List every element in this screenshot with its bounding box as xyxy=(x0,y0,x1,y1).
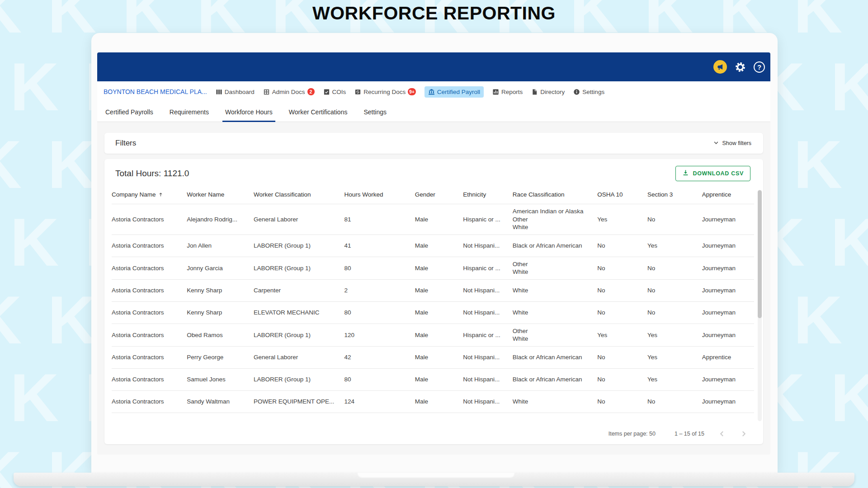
cell-ethnicity: Hispanic or ... xyxy=(463,204,512,235)
gear-icon[interactable] xyxy=(735,61,746,73)
nav-item-admin-docs[interactable]: Admin Docs2 xyxy=(263,88,315,95)
tab-workforce-hours[interactable]: Workforce Hours xyxy=(222,102,275,122)
tab-certified-payrolls[interactable]: Certified Payrolls xyxy=(103,102,156,122)
cell-classification: POWER EQUIPMENT OPE... xyxy=(254,390,344,413)
nav-item-label: Settings xyxy=(582,89,604,95)
items-per-page-value[interactable]: 50 xyxy=(649,431,656,437)
cell-worker: Alejandro Rodrig... xyxy=(187,204,254,235)
column-header-worker-classification[interactable]: Worker Classification xyxy=(254,185,344,204)
filters-card: Filters Show filters xyxy=(104,133,763,154)
cell-section3: Yes xyxy=(647,324,702,346)
content-area: Filters Show filters Total Hours: 1121.0… xyxy=(97,122,770,455)
megaphone-icon[interactable] xyxy=(713,60,727,74)
cell-osha10: Yes xyxy=(597,204,647,235)
cell-hours: 80 xyxy=(344,368,415,390)
nav-item-recurring-docs[interactable]: Recurring Docs9+ xyxy=(354,88,415,95)
cell-worker: Perry George xyxy=(187,346,254,368)
column-header-section-3[interactable]: Section 3 xyxy=(647,185,702,204)
cell-ethnicity: Not Hispani... xyxy=(463,235,512,257)
column-header-ethnicity[interactable]: Ethnicity xyxy=(463,185,512,204)
cell-worker: Kenny Sharp xyxy=(187,301,254,324)
workforce-hours-table: Company NameWorker NameWorker Classifica… xyxy=(112,185,754,413)
reports-icon xyxy=(492,89,499,95)
nav-item-certified-payroll[interactable]: Certified Payroll xyxy=(425,86,484,98)
nav-item-reports[interactable]: Reports xyxy=(492,89,523,95)
cell-ethnicity: Hispanic or ... xyxy=(463,257,512,279)
cell-race: Black or African American xyxy=(513,368,598,390)
project-selector[interactable]: BOYNTON BEACH MEDICAL PLA... xyxy=(104,88,207,95)
cell-apprentice: Journeyman xyxy=(702,368,754,390)
cell-race: Black or African American xyxy=(513,235,598,257)
cell-company: Astoria Contractors xyxy=(112,346,187,368)
laptop-base-notch xyxy=(357,473,515,479)
cell-section3: No xyxy=(647,257,702,279)
page-range-label: 1 – 15 of 15 xyxy=(675,431,704,437)
column-header-gender[interactable]: Gender xyxy=(415,185,463,204)
tab-requirements[interactable]: Requirements xyxy=(167,102,212,122)
nav-item-cois[interactable]: COIs xyxy=(323,89,346,95)
cell-gender: Male xyxy=(415,368,463,390)
help-icon[interactable]: ? xyxy=(754,61,765,73)
cell-osha10: No xyxy=(597,368,647,390)
column-header-apprentice[interactable]: Apprentice xyxy=(702,185,754,204)
sub-tabs: Certified PayrollsRequirementsWorkforce … xyxy=(97,102,770,122)
table-scrollbar[interactable] xyxy=(758,190,762,421)
cell-osha10: No xyxy=(597,346,647,368)
tab-worker-certifications[interactable]: Worker Certifications xyxy=(286,102,350,122)
nav-item-dashboard[interactable]: Dashboard xyxy=(216,89,255,95)
card-header: Total Hours: 1121.0 DOWNLOAD CSV xyxy=(104,159,763,183)
cell-worker: Kenny Sharp xyxy=(187,279,254,301)
settings-info-icon xyxy=(573,89,580,95)
column-header-company-name[interactable]: Company Name xyxy=(112,185,187,204)
cell-apprentice: Journeyman xyxy=(702,204,754,235)
chevron-right-icon[interactable] xyxy=(740,430,748,438)
cell-classification: Carpenter xyxy=(254,279,344,301)
cell-gender: Male xyxy=(415,324,463,346)
cell-section3: No xyxy=(647,279,702,301)
cell-apprentice: Journeyman xyxy=(702,279,754,301)
cell-gender: Male xyxy=(415,346,463,368)
cell-ethnicity: Not Hispani... xyxy=(463,390,512,413)
cell-classification: General Laborer xyxy=(254,204,344,235)
cell-section3: No xyxy=(647,301,702,324)
nav-item-settings[interactable]: Settings xyxy=(573,89,604,95)
cell-apprentice: Journeyman xyxy=(702,257,754,279)
count-badge: 9+ xyxy=(408,88,415,95)
show-filters-button[interactable]: Show filters xyxy=(713,140,751,147)
show-filters-label: Show filters xyxy=(722,140,751,146)
table-row: Astoria ContractorsSamuel JonesLABORER (… xyxy=(112,368,754,390)
cell-osha10: No xyxy=(597,257,647,279)
cell-classification: LABORER (Group 1) xyxy=(254,235,344,257)
table-row: Astoria ContractorsKenny SharpELEVATOR M… xyxy=(112,301,754,324)
laptop-mockup: ? BOYNTON BEACH MEDICAL PLA... Dashboard… xyxy=(91,33,778,473)
cell-company: Astoria Contractors xyxy=(112,368,187,390)
cell-hours: 2 xyxy=(344,279,415,301)
cell-company: Astoria Contractors xyxy=(112,279,187,301)
scrollbar-thumb[interactable] xyxy=(758,190,762,318)
download-csv-label: DOWNLOAD CSV xyxy=(693,170,744,177)
column-header-hours-worked[interactable]: Hours Worked xyxy=(344,185,415,204)
column-header-worker-name[interactable]: Worker Name xyxy=(187,185,254,204)
cell-osha10: Yes xyxy=(597,324,647,346)
cell-apprentice: Journeyman xyxy=(702,235,754,257)
directory-icon xyxy=(531,89,538,95)
column-header-race-classification[interactable]: Race Classification xyxy=(513,185,598,204)
chevron-left-icon[interactable] xyxy=(718,430,726,438)
cell-hours: 124 xyxy=(344,390,415,413)
total-hours: Total Hours: 1121.0 xyxy=(115,169,189,178)
cell-worker: Obed Ramos xyxy=(187,324,254,346)
cell-section3: Yes xyxy=(647,368,702,390)
cell-race: OtherWhite xyxy=(513,257,598,279)
download-csv-button[interactable]: DOWNLOAD CSV xyxy=(675,166,750,181)
column-header-osha-10[interactable]: OSHA 10 xyxy=(597,185,647,204)
cell-classification: ELEVATOR MECHANIC xyxy=(254,301,344,324)
cell-company: Astoria Contractors xyxy=(112,204,187,235)
cell-section3: Yes xyxy=(647,346,702,368)
cell-classification: LABORER (Group 1) xyxy=(254,257,344,279)
tab-settings[interactable]: Settings xyxy=(361,102,389,122)
cell-osha10: No xyxy=(597,235,647,257)
cell-gender: Male xyxy=(415,390,463,413)
dashboard-icon xyxy=(216,89,222,95)
nav-item-directory[interactable]: Directory xyxy=(531,89,565,95)
certified-payroll-icon xyxy=(428,89,435,95)
